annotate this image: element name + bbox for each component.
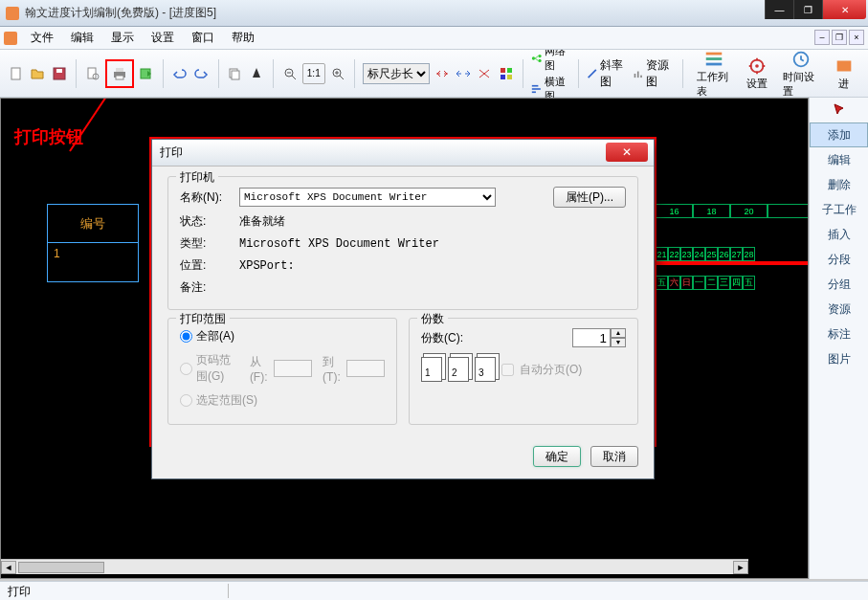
pointer-icon[interactable] <box>810 98 868 122</box>
svg-rect-27 <box>706 57 723 60</box>
slope-view-button[interactable]: 斜率图 <box>587 57 629 90</box>
collate-page-icon: 1 <box>421 357 442 382</box>
side-image[interactable]: 图片 <box>810 346 868 371</box>
side-insert[interactable]: 插入 <box>810 222 868 247</box>
menu-edit[interactable]: 编辑 <box>63 28 101 48</box>
side-group[interactable]: 分组 <box>810 272 868 297</box>
window-title: 翰文进度计划编制(免费版) - [进度图5] <box>25 5 862 21</box>
menu-file[interactable]: 文件 <box>23 28 61 48</box>
svg-rect-22 <box>531 91 535 93</box>
mdi-minimize-button[interactable]: – <box>814 30 830 45</box>
ok-button[interactable]: 确定 <box>533 446 581 467</box>
save-icon[interactable] <box>51 63 68 84</box>
undo-icon[interactable] <box>171 63 189 84</box>
status-text: 打印 <box>8 584 228 598</box>
more-button[interactable]: 进 <box>828 54 860 93</box>
scale-select[interactable]: 标尺步长 <box>363 63 430 84</box>
redo-icon[interactable] <box>192 63 210 84</box>
copies-input[interactable] <box>572 328 611 347</box>
arrows-out-icon[interactable] <box>455 63 472 84</box>
cal-cell <box>768 204 809 218</box>
side-add[interactable]: 添加 <box>810 122 868 147</box>
dialog-title: 打印 <box>160 144 183 161</box>
horizontal-scrollbar[interactable]: ◄ ► <box>1 559 748 574</box>
svg-point-17 <box>531 56 534 59</box>
range-pages-label: 页码范围(G) <box>196 352 239 385</box>
side-resource[interactable]: 资源 <box>810 297 868 322</box>
range-selection-radio <box>180 394 192 407</box>
cal-cell: 五 <box>743 276 755 290</box>
export-icon[interactable] <box>138 63 155 84</box>
cal-cell: 二 <box>705 276 718 290</box>
print-icon[interactable] <box>109 63 130 84</box>
cal-cell: 20 <box>730 204 768 218</box>
gantt-col-header: 编号 <box>48 205 138 243</box>
cal-cell: 三 <box>718 276 730 290</box>
collate-page-icon: 2 <box>448 357 469 382</box>
cal-cell: 六 <box>668 276 680 290</box>
dialog-close-button[interactable]: ✕ <box>606 143 648 162</box>
zoom-ratio-icon[interactable]: 1:1 <box>302 63 325 84</box>
side-subtask[interactable]: 子工作 <box>810 197 868 222</box>
resource-view-button[interactable]: 资源图 <box>633 57 675 90</box>
spin-up-icon[interactable]: ▲ <box>611 328 626 338</box>
cal-cell: 一 <box>693 276 705 290</box>
svg-rect-24 <box>637 71 639 78</box>
range-pages-radio <box>180 363 192 375</box>
svg-rect-7 <box>116 76 123 79</box>
svg-rect-13 <box>501 68 505 73</box>
mdi-close-button[interactable]: × <box>849 30 864 45</box>
group-title: 打印机 <box>176 169 218 186</box>
minimize-button[interactable]: — <box>765 0 793 19</box>
cal-cell: 21 <box>656 247 668 261</box>
svg-point-18 <box>538 54 541 56</box>
range-all-radio[interactable] <box>180 330 192 343</box>
window-titlebar: 翰文进度计划编制(免费版) - [进度图5] — ❐ ✕ <box>0 0 868 27</box>
menu-window[interactable]: 窗口 <box>184 28 222 48</box>
svg-rect-16 <box>507 75 512 79</box>
menu-help[interactable]: 帮助 <box>224 28 262 48</box>
toolbar: 1:1 标尺步长 网络图 横道图 斜率图 资源图 工作列表 设置 时间设置 进 <box>0 50 868 98</box>
time-settings-button[interactable]: 时间设置 <box>777 47 824 100</box>
mdi-restore-button[interactable]: ❐ <box>832 30 847 45</box>
side-edit[interactable]: 编辑 <box>810 147 868 172</box>
side-annotate[interactable]: 标注 <box>810 322 868 346</box>
open-icon[interactable] <box>29 63 46 84</box>
collapse-icon[interactable] <box>476 63 493 84</box>
settings-button[interactable]: 设置 <box>741 54 773 93</box>
dialog-titlebar[interactable]: 打印 ✕ <box>152 140 654 167</box>
scroll-left-icon[interactable]: ◄ <box>1 561 16 574</box>
svg-rect-14 <box>507 68 512 73</box>
range-selection-label: 选定范围(S) <box>196 392 257 409</box>
status-value: 准备就绪 <box>239 213 285 230</box>
type-label: 类型: <box>180 235 234 252</box>
close-button[interactable]: ✕ <box>822 0 866 19</box>
printer-group: 打印机 名称(N): Microsoft XPS Document Writer… <box>167 176 638 310</box>
gantt-bar <box>656 261 809 265</box>
side-delete[interactable]: 删除 <box>810 172 868 197</box>
scroll-right-icon[interactable]: ► <box>733 561 748 574</box>
arrows-in-icon[interactable] <box>434 63 451 84</box>
maximize-button[interactable]: ❐ <box>793 0 822 19</box>
preview-icon[interactable] <box>84 63 101 84</box>
print-dialog: 打印 ✕ 打印机 名称(N): Microsoft XPS Document W… <box>151 139 655 479</box>
note-label: 备注: <box>180 279 234 296</box>
menu-settings[interactable]: 设置 <box>144 28 182 48</box>
app-icon-small <box>4 32 17 45</box>
svg-rect-2 <box>56 69 62 73</box>
menu-view[interactable]: 显示 <box>103 28 142 48</box>
new-file-icon[interactable] <box>8 63 25 84</box>
zoom-in-icon[interactable] <box>329 63 346 84</box>
spotlight-icon[interactable] <box>248 63 265 84</box>
scroll-thumb[interactable] <box>18 562 104 573</box>
spin-down-icon[interactable]: ▼ <box>611 338 626 347</box>
svg-rect-20 <box>531 84 538 86</box>
zoom-out-icon[interactable] <box>281 63 299 84</box>
properties-button[interactable]: 属性(P)... <box>553 187 626 208</box>
grid-color-icon[interactable] <box>497 63 514 84</box>
cancel-button[interactable]: 取消 <box>590 446 638 467</box>
side-segment[interactable]: 分段 <box>810 247 868 272</box>
worklist-button[interactable]: 工作列表 <box>691 47 738 100</box>
copy-icon[interactable] <box>226 63 243 84</box>
printer-select[interactable]: Microsoft XPS Document Writer <box>239 188 496 207</box>
